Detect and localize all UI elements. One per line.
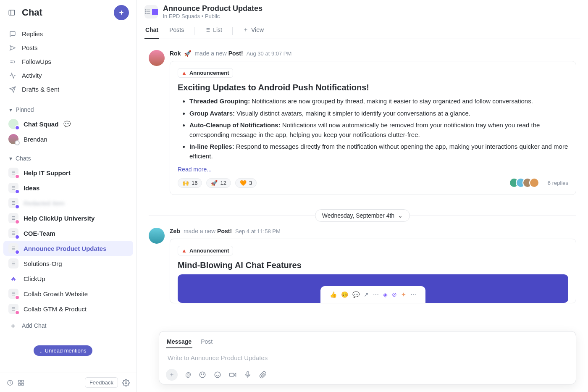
chat-item[interactable]: Redacted Item [3, 195, 133, 210]
post: Rok 🚀 made a new Post! Aug 30 at 9:07 PM… [137, 46, 588, 199]
composer-tab-message[interactable]: Message [166, 336, 192, 348]
sidebar: Chat Replies Posts FollowUps Activity Dr… [0, 0, 137, 392]
posts-icon [9, 45, 16, 51]
composer-tab-post[interactable]: Post [200, 336, 213, 348]
add-chat-button[interactable]: ＋ Add Chat [0, 316, 136, 335]
bullet-item: Group Avatars: Visually distinct avatars… [189, 109, 568, 118]
followups-icon [9, 58, 16, 65]
svg-rect-34 [18, 383, 21, 385]
chat-item[interactable]: Solutions-Org [3, 256, 133, 271]
chat-item[interactable]: COE-Team [3, 226, 133, 241]
main-tabs: Chat Posts List ＋View [144, 24, 580, 39]
date-chip[interactable]: Wednesday, September 4th ⌄ [315, 209, 410, 222]
ai-icon[interactable] [199, 371, 206, 379]
svg-rect-32 [18, 380, 21, 382]
chat-item[interactable]: Announce Product Updates [3, 241, 133, 256]
sidebar-footer: Feedback [0, 373, 136, 392]
pinned-chat-squad[interactable]: Chat Squad 💬 [3, 116, 133, 132]
avatar[interactable] [149, 50, 165, 66]
chat-name: Solutions-Org [24, 260, 62, 267]
sidebar-header: Chat [0, 0, 136, 25]
emoji-icon[interactable] [214, 371, 221, 379]
sidebar-title: Chat [22, 7, 108, 18]
chat-item[interactable]: Collab GTM & Product [3, 301, 133, 316]
pinned-header[interactable]: ▾ Pinned [0, 103, 136, 116]
list-icon [8, 304, 18, 314]
arrow-down-icon: ↓ [39, 347, 42, 354]
tab-chat[interactable]: Chat [144, 24, 159, 39]
chat-item[interactable]: Collab Growth Website [3, 286, 133, 301]
mic-icon[interactable] [244, 371, 252, 379]
add-button[interactable]: ＋ [166, 369, 178, 381]
chat-name: Help IT Support [24, 169, 71, 176]
post-action: made a new Post! [184, 228, 232, 234]
date-separator: Wednesday, September 4th ⌄ [137, 209, 588, 222]
bullet-item: Auto-Cleanup of Notifications: Notificat… [189, 121, 568, 139]
svg-rect-33 [21, 380, 24, 382]
chat-name: Collab GTM & Product [24, 305, 87, 313]
separator [232, 27, 233, 35]
compose-button[interactable] [114, 5, 129, 20]
post-timestamp: Aug 30 at 9:07 PM [247, 50, 292, 57]
chats-header[interactable]: ▾ Chats [0, 152, 136, 165]
read-more-link[interactable]: Read more... [178, 166, 568, 173]
chat-item[interactable]: ClickUp [3, 271, 133, 286]
tab-add-view[interactable]: ＋View [242, 24, 265, 39]
message-input[interactable] [166, 348, 569, 367]
gear-icon[interactable] [122, 379, 130, 387]
replies-count[interactable]: 6 replies [548, 180, 568, 186]
pinned-section: ▾ Pinned Chat Squad 💬 Brendan [0, 103, 136, 147]
post-card[interactable]: ▲Announcement Mind-Blowing AI Chat Featu… [170, 239, 576, 303]
chat-name: COE-Team [24, 230, 55, 237]
channel-subtitle: in EPD Squads • Public [163, 13, 262, 19]
reaction[interactable]: 🚀12 [206, 178, 231, 188]
replies-avatar-stack[interactable] [512, 178, 539, 188]
list-icon [8, 183, 18, 193]
chat-item[interactable]: Help ClickUp University [3, 210, 133, 226]
nav-replies[interactable]: Replies [3, 27, 133, 41]
list-icon [8, 228, 18, 238]
chat-item[interactable]: Help IT Support [3, 165, 133, 180]
post-title: Exciting Updates to Android Push Notific… [178, 83, 568, 92]
chat-name: Collab Growth Website [24, 290, 88, 297]
panel-toggle-icon[interactable] [8, 8, 16, 17]
author-name[interactable]: Zeb [170, 228, 180, 234]
chevron-down-icon: ⌄ [398, 212, 403, 219]
nav-activity[interactable]: Activity [3, 68, 133, 82]
video-icon[interactable] [229, 371, 236, 379]
tab-list[interactable]: List [204, 24, 223, 38]
nav-posts[interactable]: Posts [3, 41, 133, 55]
list-icon [8, 213, 18, 223]
feedback-button[interactable]: Feedback [85, 377, 118, 388]
chat-name: Announce Product Updates [24, 245, 107, 252]
plus-icon: ＋ [9, 321, 17, 331]
main: Announce Product Updates in EPD Squads •… [137, 0, 588, 392]
reaction[interactable]: 🧡3 [235, 178, 257, 188]
embed-preview: 👍😊💬↗⋯◈⊘✦⋯ [178, 274, 568, 303]
nav-followups[interactable]: FollowUps [3, 55, 133, 68]
bullet-item: In-line Replies: Respond to messages dir… [189, 142, 568, 161]
chat-name: Ideas [24, 184, 39, 192]
author-name[interactable]: Rok [170, 50, 181, 57]
nav-drafts[interactable]: Drafts & Sent [3, 82, 133, 96]
post-meta: Zeb made a new Post! Sep 4 at 11:58 PM [170, 228, 576, 234]
pinned-brendan[interactable]: Brendan [3, 132, 133, 147]
chat-name: Help ClickUp University [24, 215, 94, 222]
tab-posts[interactable]: Posts [168, 24, 185, 38]
avatar[interactable] [149, 228, 165, 244]
post-bullets: Threaded Grouping: Notifications are now… [178, 97, 568, 161]
mention-icon[interactable]: @ [185, 371, 191, 378]
announcement-badge: ▲Announcement [178, 68, 233, 78]
post: Zeb made a new Post! Sep 4 at 11:58 PM ▲… [137, 224, 588, 308]
reaction[interactable]: 🙌16 [178, 178, 202, 188]
attach-icon[interactable] [259, 371, 267, 379]
grid-icon[interactable] [18, 379, 24, 386]
unread-mentions-pill[interactable]: ↓ Unread mentions [34, 345, 92, 356]
chat-name: ClickUp [24, 275, 45, 282]
post-card[interactable]: ▲Announcement Exciting Updates to Androi… [170, 61, 576, 195]
announcement-icon: ▲ [181, 247, 187, 254]
clock-icon[interactable] [7, 379, 13, 386]
chat-item[interactable]: Ideas [3, 180, 133, 195]
sidebar-nav: Replies Posts FollowUps Activity Drafts … [0, 25, 136, 98]
bullet-item: Threaded Grouping: Notifications are now… [189, 97, 568, 106]
